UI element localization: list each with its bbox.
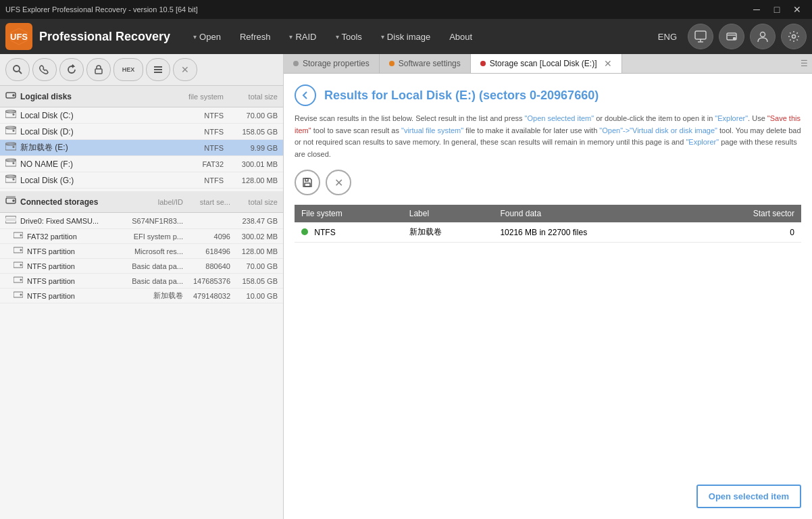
settings-button[interactable] <box>781 24 807 49</box>
svg-rect-13 <box>154 66 162 68</box>
svg-point-17 <box>13 95 14 96</box>
hex-tool-button[interactable]: HEX <box>113 58 143 81</box>
open-selected-button[interactable]: Open selected item <box>696 485 801 508</box>
drive0-label: S674NF1R83... <box>122 217 183 225</box>
svg-point-39 <box>20 234 22 236</box>
svg-point-43 <box>20 264 22 266</box>
disk-item-e[interactable]: 新加载卷 (E:) NTFS 9.99 GB <box>0 140 283 156</box>
left-panel: HEX ✕ Logical disks file system total si… <box>0 54 284 519</box>
storage-item-ntfs3[interactable]: NTFS partition Basic data pa... 14768537… <box>0 274 283 289</box>
fat32-label: EFI system p... <box>122 232 183 241</box>
ntfs1-start: 618496 <box>183 247 230 255</box>
menu-item-about[interactable]: About <box>440 28 482 46</box>
right-panel: Storage properties Software settings Sto… <box>284 54 812 519</box>
disk-item-f[interactable]: NO NAME (F:) FAT32 300.01 MB <box>0 156 283 172</box>
menu-item-raid[interactable]: ▾ RAID <box>280 28 326 46</box>
col-fs-header: file system <box>170 93 224 101</box>
lock-tool-button[interactable] <box>86 58 111 81</box>
disk-size-e: 9.99 GB <box>224 144 278 152</box>
results-table: File system Label Found data Start secto… <box>295 205 801 243</box>
close-button[interactable]: ✕ <box>788 0 807 19</box>
row-startsector: 0 <box>692 222 801 243</box>
storage-item-ntfs2[interactable]: NTFS partition Basic data pa... 880640 7… <box>0 259 283 274</box>
minimize-button[interactable]: ─ <box>747 0 766 19</box>
menu-item-tools[interactable]: ▾ Tools <box>326 28 372 46</box>
ntfs3-size: 158.05 GB <box>230 277 278 285</box>
ntfs2-icon <box>14 261 23 271</box>
drive-button[interactable] <box>719 24 744 49</box>
col-header-startsector: Start sector <box>692 205 801 222</box>
list-tool-button[interactable] <box>146 58 170 81</box>
tab-dot-storage <box>293 61 299 66</box>
maximize-button[interactable]: □ <box>767 0 786 19</box>
save-action-button[interactable] <box>295 170 320 195</box>
svg-rect-37 <box>5 218 16 221</box>
tab-scroll[interactable]: ☰ <box>796 54 812 73</box>
tools-arrow: ▾ <box>336 33 339 41</box>
desc-explorer-text: "Explorer" <box>715 114 748 122</box>
disk-item-c[interactable]: Local Disk (C:) NTFS 70.00 GB <box>0 107 283 124</box>
cancel-action-button[interactable]: ✕ <box>326 170 351 195</box>
ntfs2-start: 880640 <box>183 262 230 270</box>
disk-icon-c <box>5 109 16 121</box>
phone-tool-button[interactable] <box>32 58 57 81</box>
storage-item-fat32[interactable]: FAT32 partition EFI system p... 4096 300… <box>0 229 283 244</box>
menu-raid-label: RAID <box>295 32 316 42</box>
disk-icon-g <box>5 174 16 186</box>
content-area: Results for Local Disk (E:) (sectors 0-2… <box>284 74 812 519</box>
ntfs2-label: Basic data pa... <box>122 262 183 270</box>
ntfs3-label: Basic data pa... <box>122 277 183 285</box>
menu-right: ENG <box>653 24 807 49</box>
tab-storage-properties[interactable]: Storage properties <box>284 54 380 73</box>
storage-item-drive0[interactable]: Drive0: Fixed SAMSU... S674NF1R83... 238… <box>0 213 283 229</box>
monitor-button[interactable] <box>688 24 713 49</box>
tab-storage-scan[interactable]: Storage scan [Local Disk (E:)] ✕ <box>471 54 622 73</box>
tab-dot-scan <box>480 61 486 66</box>
tab-software-settings[interactable]: Software settings <box>380 54 471 73</box>
result-description: Revise scan results in the list below. S… <box>295 113 801 160</box>
svg-rect-14 <box>154 69 162 70</box>
drive0-name: Drive0: Fixed SAMSU... <box>20 217 122 225</box>
disk-item-g[interactable]: Local Disk (G:) NTFS 128.00 MB <box>0 172 283 189</box>
menu-item-diskimage[interactable]: ▾ Disk image <box>372 28 440 46</box>
user-button[interactable] <box>750 24 776 49</box>
ntfs4-label: 新加载卷 <box>122 291 183 301</box>
svg-point-20 <box>13 114 14 116</box>
col-header-founddata: Found data <box>493 205 692 222</box>
storage-item-ntfs1[interactable]: NTFS partition Microsoft res... 618496 1… <box>0 244 283 259</box>
language-button[interactable]: ENG <box>653 29 682 45</box>
table-row[interactable]: NTFS 新加载卷 10216 MB in 22700 files 0 <box>295 222 801 243</box>
fat32-start: 4096 <box>183 232 230 241</box>
refresh-tool-button[interactable] <box>59 58 84 81</box>
ntfs3-name: NTFS partition <box>27 277 122 285</box>
close-tool-button[interactable]: ✕ <box>173 58 197 81</box>
menu-bar: UFS Professional Recovery ▾ Open Refresh… <box>0 19 812 54</box>
disk-item-d[interactable]: Local Disk (D:) NTFS 158.05 GB <box>0 124 283 140</box>
menu-item-open[interactable]: ▾ Open <box>184 28 230 46</box>
back-button[interactable] <box>295 84 316 106</box>
ntfs3-start: 147685376 <box>183 277 230 285</box>
disk-fs-f: FAT32 <box>170 160 224 168</box>
menu-item-refresh[interactable]: Refresh <box>230 28 280 46</box>
connected-storages-header: Connected storages label/ID start se... … <box>0 191 283 213</box>
svg-point-26 <box>13 147 14 148</box>
tab-close-scan[interactable]: ✕ <box>604 58 612 69</box>
drive0-size: 238.47 GB <box>230 217 278 225</box>
disk-fs-c: NTFS <box>170 112 224 120</box>
svg-point-34 <box>13 200 14 201</box>
disk-icon-f <box>5 158 16 170</box>
storage-item-ntfs4[interactable]: NTFS partition 新加载卷 479148032 10.00 GB <box>0 289 283 303</box>
search-tool-button[interactable] <box>5 58 30 81</box>
ntfs1-label: Microsoft res... <box>122 247 183 255</box>
desc-exppage-text: "Explorer" <box>686 138 719 146</box>
svg-point-8 <box>761 32 765 37</box>
ntfs1-icon <box>14 246 23 256</box>
disk-name-e: 新加载卷 (E:) <box>20 142 170 153</box>
col-size-header: total size <box>224 93 278 101</box>
svg-point-45 <box>20 279 22 280</box>
disk-size-c: 70.00 GB <box>224 112 278 120</box>
svg-point-41 <box>20 249 22 251</box>
ntfs4-name: NTFS partition <box>27 292 122 300</box>
ntfs1-size: 128.00 MB <box>230 247 278 255</box>
disk-name-f: NO NAME (F:) <box>20 159 170 169</box>
